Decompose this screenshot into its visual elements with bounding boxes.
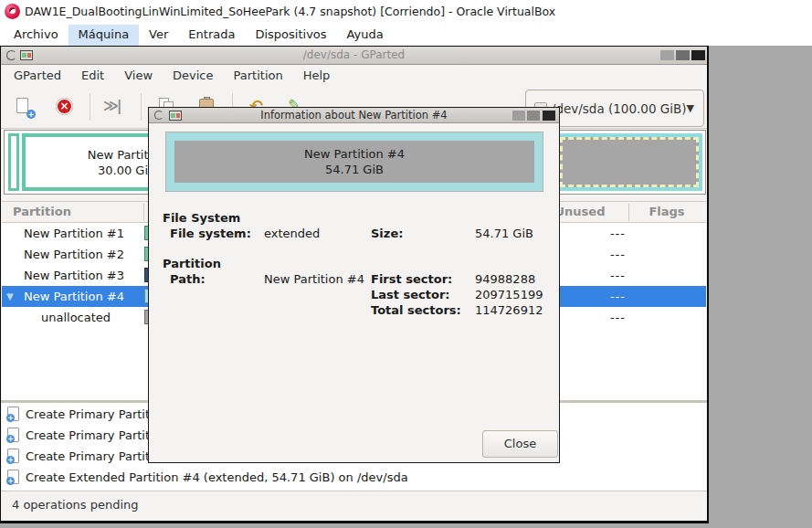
statusbar: 4 operations pending bbox=[1, 491, 707, 521]
gp-menu-gparted[interactable]: GParted bbox=[4, 66, 71, 88]
new-operation-icon: + bbox=[7, 428, 19, 442]
last-sector-label: Last sector: bbox=[371, 287, 450, 302]
close-window-button[interactable] bbox=[543, 111, 555, 121]
last-sector-value: 209715199 bbox=[475, 287, 543, 302]
toolbar-separator bbox=[90, 93, 90, 121]
resize-move-icon: ≫| bbox=[103, 97, 121, 114]
dialog-partition-name: New Partition #4 bbox=[304, 146, 405, 162]
gp-menu-edit[interactable]: Edit bbox=[71, 66, 114, 88]
vbox-menu-archivo[interactable]: Archivo bbox=[4, 25, 69, 46]
gp-menu-device[interactable]: Device bbox=[163, 66, 223, 88]
gp-menu-help[interactable]: Help bbox=[293, 66, 341, 88]
delete-icon: × bbox=[56, 98, 73, 115]
file-system-value: extended bbox=[264, 226, 320, 241]
screen: DAW1E_DualBootingLinWinLimited_SoHeePark… bbox=[0, 0, 812, 528]
dialog-titlebar[interactable]: Information about New Partition #4 bbox=[149, 108, 559, 123]
column-header-flags[interactable]: Flags bbox=[628, 202, 705, 222]
partition-segment-extended-selected[interactable] bbox=[556, 133, 702, 191]
minimize-button[interactable] bbox=[660, 50, 674, 60]
toolbar-separator bbox=[141, 93, 142, 121]
first-sector-label: First sector: bbox=[371, 271, 452, 287]
vbox-menu-maquina[interactable]: Máquina bbox=[69, 25, 140, 46]
new-operation-icon: + bbox=[7, 470, 19, 484]
maximize-button[interactable] bbox=[676, 50, 690, 60]
first-sector-value: 94988288 bbox=[475, 271, 535, 287]
close-button[interactable]: Close bbox=[482, 430, 558, 458]
dialog-partition-visual: New Partition #4 54.71 GiB bbox=[165, 132, 543, 192]
virtualbox-menubar: Archivo Máquina Ver Entrada Dispositivos… bbox=[0, 25, 812, 46]
maximize-button[interactable] bbox=[527, 111, 540, 121]
vm-desktop: /dev/sda - GParted GParted Edit View Dev… bbox=[0, 46, 812, 528]
new-operation-icon: + bbox=[7, 449, 19, 463]
vbox-menu-ver[interactable]: Ver bbox=[139, 25, 178, 46]
file-system-heading: File System bbox=[163, 210, 240, 226]
gp-menu-view[interactable]: View bbox=[114, 66, 163, 88]
minimize-button[interactable] bbox=[512, 111, 525, 121]
vbox-menu-ayuda[interactable]: Ayuda bbox=[337, 25, 394, 46]
device-selector-value: /dev/sda (100.00 GiB) bbox=[552, 101, 687, 116]
gparted-menubar: GParted Edit View Device Partition Help bbox=[1, 66, 707, 88]
close-window-button[interactable] bbox=[691, 50, 705, 60]
delete-partition-button[interactable]: × bbox=[54, 96, 76, 118]
vbox-menu-entrada[interactable]: Entrada bbox=[178, 25, 245, 46]
gparted-titlebar[interactable]: /dev/sda - GParted bbox=[1, 47, 707, 65]
operation-item-create-extended[interactable]: + Create Extended Partition #4 (extended… bbox=[2, 467, 706, 488]
chevron-down-icon: ▼ bbox=[687, 102, 694, 114]
virtualbox-window-title: DAW1E_DualBootingLinWinLimited_SoHeePark… bbox=[25, 0, 555, 25]
pending-operations-status: 4 operations pending bbox=[12, 491, 139, 519]
total-sectors-label: Total sectors: bbox=[371, 302, 461, 318]
dialog-partition-size: 54.71 GiB bbox=[325, 162, 384, 177]
partition-heading: Partition bbox=[163, 256, 221, 271]
size-label: Size: bbox=[371, 226, 403, 241]
partition-info-dialog: Information about New Partition #4 New P… bbox=[148, 107, 560, 463]
dialog-title: Information about New Partition #4 bbox=[149, 108, 559, 123]
partition-segment-small[interactable] bbox=[8, 133, 19, 191]
path-value: New Partition #4 bbox=[264, 271, 364, 287]
new-operation-icon: + bbox=[7, 407, 19, 421]
total-sectors-value: 114726912 bbox=[475, 302, 543, 318]
gparted-window-title: /dev/sda - GParted bbox=[1, 47, 707, 65]
path-label: Path: bbox=[170, 271, 206, 287]
new-partition-button[interactable]: + bbox=[13, 96, 35, 118]
gp-menu-partition[interactable]: Partition bbox=[224, 66, 293, 88]
plus-badge-icon: + bbox=[26, 110, 36, 119]
virtualbox-titlebar: DAW1E_DualBootingLinWinLimited_SoHeePark… bbox=[0, 0, 812, 25]
size-value: 54.71 GiB bbox=[475, 226, 533, 241]
file-system-label: File system: bbox=[170, 226, 251, 241]
vbox-menu-dispositivos[interactable]: Dispositivos bbox=[245, 25, 336, 46]
virtualbox-logo-icon bbox=[5, 4, 20, 19]
resize-move-button[interactable]: ≫| bbox=[103, 96, 125, 118]
expander-icon[interactable]: ▼ bbox=[6, 286, 14, 307]
column-header-partition[interactable]: Partition bbox=[13, 202, 71, 222]
